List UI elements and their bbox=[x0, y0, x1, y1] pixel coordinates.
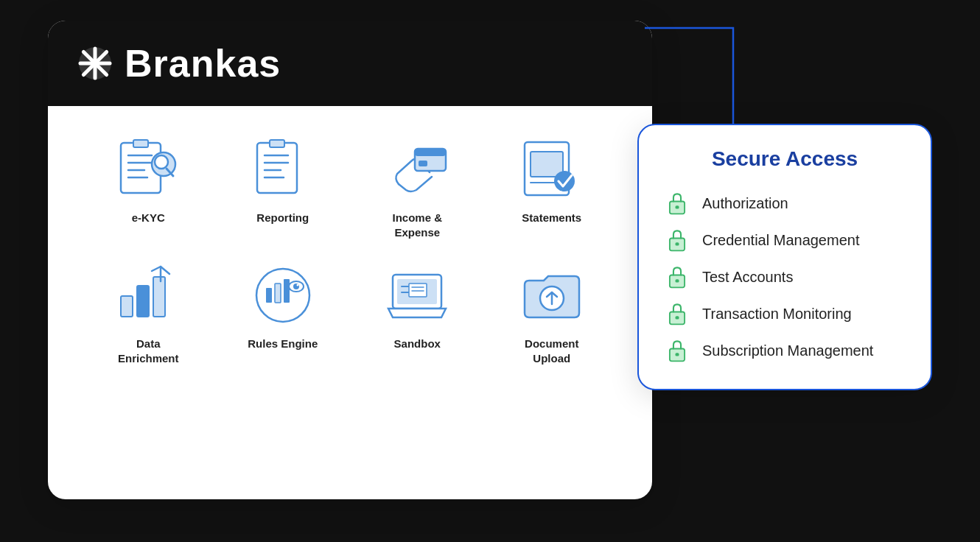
svg-point-12 bbox=[155, 155, 168, 169]
lock-icon-transaction bbox=[665, 302, 689, 325]
secure-item-credential-mgmt[interactable]: Credential Management bbox=[665, 228, 904, 252]
feature-data-enrichment[interactable]: DataEnrichment bbox=[85, 261, 212, 365]
credential-management-label: Credential Management bbox=[702, 232, 859, 249]
feature-income-expense[interactable]: Income &Expense bbox=[354, 136, 481, 239]
ekyc-icon bbox=[111, 136, 185, 202]
test-accounts-label: Test Accounts bbox=[702, 269, 793, 286]
sandbox-icon bbox=[380, 261, 454, 328]
lock-icon-subscription bbox=[665, 339, 689, 362]
feature-ekyc[interactable]: e-KYC bbox=[85, 136, 212, 239]
svg-rect-49 bbox=[675, 205, 679, 208]
svg-rect-21 bbox=[415, 149, 446, 156]
data-enrichment-label: DataEnrichment bbox=[118, 337, 179, 365]
svg-rect-24 bbox=[531, 152, 563, 177]
transaction-monitoring-label: Transaction Monitoring bbox=[702, 306, 852, 323]
lock-icon-credential bbox=[665, 228, 689, 252]
sandbox-label: Sandbox bbox=[394, 337, 441, 351]
feature-statements[interactable]: Statements bbox=[489, 136, 616, 239]
svg-rect-10 bbox=[133, 140, 148, 147]
data-enrichment-icon bbox=[111, 261, 185, 328]
svg-rect-32 bbox=[266, 288, 272, 303]
ekyc-label: e-KYC bbox=[132, 211, 165, 225]
reporting-icon bbox=[246, 136, 320, 202]
brankas-logo-icon bbox=[77, 46, 113, 81]
subscription-management-label: Subscription Management bbox=[702, 342, 873, 359]
statements-label: Statements bbox=[522, 211, 581, 225]
svg-rect-29 bbox=[153, 277, 165, 317]
svg-rect-51 bbox=[675, 242, 679, 245]
secure-item-transaction-monitoring[interactable]: Transaction Monitoring bbox=[665, 302, 904, 325]
feature-document-upload[interactable]: DocumentUpload bbox=[489, 261, 616, 365]
svg-rect-27 bbox=[121, 296, 133, 317]
income-expense-label: Income &Expense bbox=[392, 211, 442, 239]
secure-item-authorization[interactable]: Authorization bbox=[665, 191, 904, 215]
reporting-label: Reporting bbox=[256, 211, 309, 225]
scene: Brankas bbox=[48, 21, 932, 521]
secure-access-title: Secure Access bbox=[665, 147, 904, 171]
main-card: Brankas bbox=[48, 21, 652, 499]
statements-icon bbox=[515, 136, 589, 202]
svg-rect-14 bbox=[257, 143, 297, 193]
main-card-header: Brankas bbox=[48, 21, 652, 106]
svg-rect-42 bbox=[409, 284, 427, 297]
lock-icon-test-accounts bbox=[665, 265, 689, 289]
document-upload-label: DocumentUpload bbox=[525, 337, 578, 365]
svg-point-37 bbox=[296, 284, 298, 286]
svg-rect-22 bbox=[419, 161, 427, 166]
svg-point-31 bbox=[256, 269, 309, 322]
secure-access-card: Secure Access Authorization Credential M… bbox=[637, 124, 932, 390]
income-expense-icon bbox=[380, 136, 454, 202]
svg-point-26 bbox=[554, 171, 575, 191]
svg-rect-53 bbox=[675, 279, 679, 282]
feature-sandbox[interactable]: Sandbox bbox=[354, 261, 481, 365]
secure-items-list: Authorization Credential Management Test… bbox=[665, 191, 904, 362]
authorization-label: Authorization bbox=[702, 195, 788, 212]
rules-engine-icon bbox=[246, 261, 320, 328]
features-grid: e-KYC Reporting bbox=[48, 106, 652, 387]
svg-rect-28 bbox=[137, 286, 149, 317]
svg-rect-57 bbox=[675, 353, 679, 356]
rules-engine-label: Rules Engine bbox=[248, 337, 318, 351]
feature-rules-engine[interactable]: Rules Engine bbox=[220, 261, 347, 365]
svg-rect-34 bbox=[284, 279, 290, 303]
secure-item-subscription-mgmt[interactable]: Subscription Management bbox=[665, 339, 904, 362]
document-upload-icon bbox=[515, 261, 589, 328]
svg-rect-19 bbox=[270, 140, 284, 147]
app-title: Brankas bbox=[125, 41, 281, 85]
lock-icon-authorization bbox=[665, 191, 689, 215]
feature-reporting[interactable]: Reporting bbox=[220, 136, 347, 239]
secure-item-test-accounts[interactable]: Test Accounts bbox=[665, 265, 904, 289]
svg-rect-33 bbox=[275, 284, 281, 303]
svg-rect-55 bbox=[675, 316, 679, 319]
